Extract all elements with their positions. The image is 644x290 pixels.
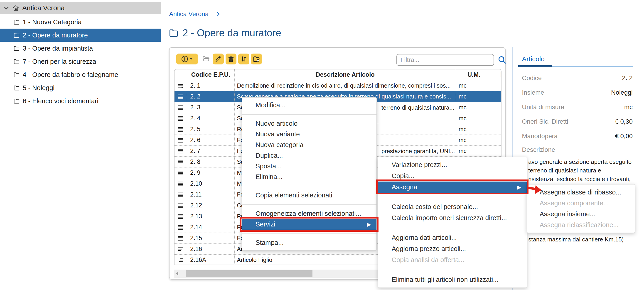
tab-articolo[interactable]: Articolo — [522, 55, 544, 63]
price-cell — [492, 124, 501, 134]
row-handle-cell — [174, 113, 187, 124]
menu-item-label: Elimina tutti gli articoli non utilizzat… — [392, 276, 498, 284]
um-cell: mc — [456, 80, 492, 91]
menu-separator — [242, 200, 376, 208]
menu-item-sposta[interactable]: Sposta... — [242, 161, 376, 172]
new-category-button[interactable] — [251, 54, 262, 64]
scroll-left-arrow-icon[interactable] — [176, 272, 178, 276]
header-descrizione[interactable]: Descrizione Articolo — [235, 70, 456, 80]
field-value: Noleggi — [611, 89, 633, 96]
code-cell: 2. 2 — [187, 91, 235, 102]
menu-item-label: Assegna componente... — [540, 200, 609, 207]
menu-separator — [378, 224, 527, 232]
menu-item-calcola-importo-oneri-sicurezza-diretti[interactable]: Calcola importo oneri sicurezza diretti.… — [378, 212, 527, 224]
row-handle-cell — [174, 135, 187, 146]
menu-item-label: Copia elementi selezionati — [256, 192, 332, 199]
delete-button[interactable] — [226, 54, 236, 64]
sort-arrows-icon — [240, 55, 248, 63]
um-cell: mc — [456, 135, 492, 146]
menu-item-copia-analisi-da-offerta[interactable]: Copia analisi da offerta... — [378, 254, 527, 266]
menu-item-nuova-variante[interactable]: Nuova variante — [242, 129, 376, 140]
menu-item-aggiorna-prezzo-articoli[interactable]: Aggiorna prezzo articoli... — [378, 243, 527, 254]
sort-button[interactable] — [238, 54, 249, 64]
menu-item-copia-elementi-selezionati[interactable]: Copia elementi selezionati — [242, 190, 376, 200]
add-button[interactable] — [176, 54, 198, 64]
code-cell: 2. 1 — [187, 80, 235, 91]
home-icon — [12, 4, 20, 12]
article-icon — [177, 170, 184, 176]
menu-item-elimina[interactable]: Elimina... — [242, 172, 376, 182]
services-menu: Variazione prezzi...Copia...Assegna▶Calc… — [378, 157, 527, 288]
menu-item-calcola-costo-del-personale[interactable]: Calcola costo del personale... — [378, 201, 527, 212]
price-cell — [492, 113, 501, 124]
edit-button[interactable] — [213, 54, 224, 64]
code-cell: 2.14 — [187, 222, 235, 232]
menu-item-nuova-categoria[interactable]: Nuova categoria — [242, 140, 376, 150]
um-cell: mc — [456, 146, 492, 156]
description-fragment: terreno di qualsiasi natura... — [382, 102, 454, 113]
sidebar-item-1-nuova-categoria[interactable]: 1 - Nuova Categoria — [0, 16, 161, 28]
menu-item-assegna-classe-di-ribasso[interactable]: Assegna classe di ribasso... — [527, 187, 635, 198]
menu-item-modifica[interactable]: Modifica... — [242, 100, 376, 110]
sidebar-item-2-opere-da-muratore[interactable]: 2 - Opere da muratore — [0, 28, 161, 42]
sidebar-item-4-opere-da-fabbro-e-falegname[interactable]: 4 - Opere da fabbro e falegname — [0, 68, 161, 81]
folder-icon — [168, 28, 179, 38]
field-label: Unità di misura — [522, 104, 564, 111]
table-header-row: Codice E.P.U. Descrizione Articolo U.M. … — [174, 70, 501, 80]
field-label: Manodopera — [522, 132, 558, 140]
menu-item-stampa[interactable]: Stampa... — [242, 237, 376, 248]
header-um[interactable]: U.M. — [456, 70, 492, 80]
sidebar-item-7-oneri-per-la-sicurezza[interactable]: 7 - Oneri per la sicurezza — [0, 55, 161, 68]
variant-icon — [177, 246, 184, 252]
sidebar-item-label: 2 - Opere da muratore — [23, 32, 88, 39]
code-cell: 2.16A — [187, 254, 235, 265]
table-row[interactable]: 2. 1Demolizione di recinzione in cls od … — [174, 80, 501, 91]
open-button[interactable] — [201, 54, 211, 64]
price-cell — [492, 91, 501, 102]
menu-item-assegna-riclassificazione[interactable]: Assegna riclassificazione... — [527, 220, 635, 230]
search-icon[interactable] — [498, 55, 507, 64]
code-cell: 2. 5 — [187, 124, 235, 134]
menu-item-variazione-prezzi[interactable]: Variazione prezzi... — [378, 159, 527, 170]
field-value: mc — [624, 104, 633, 111]
menu-item-nuovo-articolo[interactable]: Nuovo articolo — [242, 118, 376, 129]
description-label: Descrizione — [522, 146, 555, 154]
menu-item-label: Copia analisi da offerta... — [392, 256, 464, 264]
menu-item-label: Modifica... — [256, 102, 286, 109]
page-title-label: 2 - Opere da muratore — [182, 27, 281, 38]
sidebar-item-label: 3 - Opere da impiantista — [23, 45, 93, 52]
menu-item-duplica[interactable]: Duplica... — [242, 150, 376, 161]
caret-down-icon — [188, 56, 194, 62]
sidebar-item-label: 4 - Opere da fabbro e falegname — [23, 71, 118, 78]
sidebar-root-item[interactable]: Antica Verona — [0, 2, 161, 14]
menu-item-label: Omogeneizza elementi selezionati... — [256, 210, 361, 218]
scrollbar-thumb[interactable] — [186, 270, 312, 277]
breadcrumb-link[interactable]: Antica Verona — [169, 10, 208, 18]
row-handle-cell — [174, 168, 187, 178]
menu-item-aggiorna-dati-articoli[interactable]: Aggiorna dati articoli... — [378, 232, 527, 243]
code-cell: 2. 7 — [187, 146, 235, 156]
price-cell — [492, 135, 501, 146]
menu-item-label: Sposta... — [256, 162, 282, 170]
field-insieme: InsiemeNoleggi — [522, 85, 633, 100]
menu-item-assegna-componente[interactable]: Assegna componente... — [527, 198, 635, 208]
article-icon — [177, 235, 184, 242]
sidebar-item-6-elenco-voci-elementari[interactable]: 6 - Elenco voci elementari — [0, 94, 161, 108]
menu-separator — [378, 266, 527, 274]
code-cell: 2.16 — [187, 244, 235, 254]
menu-item-assegna-insieme[interactable]: Assegna insieme... — [527, 208, 635, 220]
menu-item-elimina-tutti-gli-articoli-non-utilizzati[interactable]: Elimina tutti gli articoli non utilizzat… — [378, 274, 527, 285]
code-cell: 2.10 — [187, 178, 235, 189]
row-handle-cell — [174, 189, 187, 200]
um-cell: mc — [456, 124, 492, 134]
sidebar-item-5-noleggi[interactable]: 5 - Noleggi — [0, 81, 161, 94]
menu-item-label: Stampa... — [256, 239, 284, 246]
header-codice[interactable]: Codice E.P.U. — [187, 70, 235, 80]
chevron-down-icon[interactable] — [3, 5, 10, 11]
sidebar-item-3-opere-da-impiantista[interactable]: 3 - Opere da impiantista — [0, 42, 161, 55]
row-handle-cell — [174, 156, 187, 167]
filter-input[interactable] — [396, 54, 494, 66]
header-prezzo[interactable]: P — [492, 70, 501, 80]
field-label: Codice — [522, 74, 542, 82]
menu-item-label: Nuova categoria — [256, 141, 304, 149]
